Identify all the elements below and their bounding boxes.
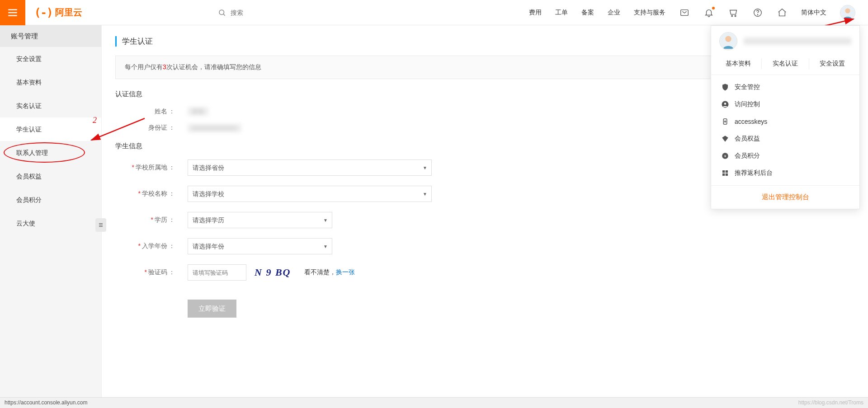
up-item-security-control[interactable]: 安全管控 <box>711 79 859 96</box>
sidebar-item-points[interactable]: 会员积分 <box>0 188 101 211</box>
help-icon[interactable] <box>752 7 763 18</box>
svg-rect-5 <box>681 9 689 15</box>
svg-rect-22 <box>722 174 725 176</box>
coin-icon: ¥ <box>721 152 729 160</box>
up-item-label: 推荐返利后台 <box>735 169 773 177</box>
language-select[interactable]: 简体中文 <box>801 9 826 17</box>
up-item-member-benefit[interactable]: 会员权益 <box>711 130 859 147</box>
shield-icon <box>721 83 729 91</box>
sidebar: 账号管理 安全设置 基本资料 实名认证 学生认证 联系人管理 会员权益 会员积分… <box>0 25 102 397</box>
svg-point-11 <box>845 8 850 13</box>
logo-text: 阿里云 <box>55 6 82 19</box>
school-name-select[interactable]: 请选择学校 <box>188 186 432 202</box>
menu-button[interactable] <box>0 0 25 25</box>
captcha-links: 看不清楚，换一张 <box>304 268 355 277</box>
id-value: 000000000000 <box>179 125 241 131</box>
avatar-button[interactable] <box>840 5 855 20</box>
sidebar-item-student[interactable]: 学生认证 <box>0 117 101 141</box>
search-input[interactable] <box>231 9 321 16</box>
year-select[interactable]: 请选择年份 <box>188 238 332 254</box>
sidebar-item-contacts[interactable]: 联系人管理 <box>0 141 101 164</box>
up-item-member-points[interactable]: ¥ 会员积分 <box>711 147 859 164</box>
up-item-rebate[interactable]: 推荐返利后台 <box>711 164 859 182</box>
page-title: 学生认证 <box>115 36 153 47</box>
user-panel-name-blurred <box>744 38 851 45</box>
svg-point-15 <box>724 103 726 105</box>
svg-rect-21 <box>726 170 728 173</box>
up-tab-security[interactable]: 安全设置 <box>809 58 856 69</box>
svg-point-17 <box>725 121 726 122</box>
statusbar-url: https://account.console.aliyun.com <box>5 399 87 406</box>
home-icon[interactable] <box>777 7 788 18</box>
submit-button[interactable]: 立即验证 <box>188 300 236 318</box>
bell-icon[interactable] <box>703 7 714 18</box>
up-item-accesskeys[interactable]: accesskeys <box>711 113 859 130</box>
up-item-label: 安全管控 <box>735 83 760 91</box>
nav-support[interactable]: 支持与服务 <box>634 9 665 17</box>
svg-point-6 <box>731 15 733 16</box>
name-value: 某某 <box>179 108 208 116</box>
degree-label: *学历： <box>115 216 179 224</box>
sidebar-item-security[interactable]: 安全设置 <box>0 47 101 70</box>
user-panel-tabs: 基本资料 实名认证 安全设置 <box>711 56 859 75</box>
user-circle-icon <box>721 100 729 108</box>
hamburger-icon <box>7 7 19 19</box>
grid-icon <box>721 169 729 177</box>
cart-icon[interactable] <box>728 7 739 18</box>
sidebar-item-profile[interactable]: 基本资料 <box>0 70 101 94</box>
sidebar-item-ambassador[interactable]: 云大使 <box>0 211 101 235</box>
search-icon <box>218 9 226 17</box>
user-panel: 基本资料 实名认证 安全设置 安全管控 访问控制 accesskeys 会员权益… <box>711 25 860 209</box>
degree-select[interactable]: 请选择学历 <box>188 212 332 228</box>
logo-icon: (-) <box>34 6 52 19</box>
notification-dot <box>712 7 715 9</box>
captcha-image: N 9 BQ <box>255 267 291 278</box>
up-tab-realname[interactable]: 实名认证 <box>762 58 809 69</box>
year-label: *入学年份： <box>115 242 179 250</box>
notice-post: 次认证机会，请准确填写您的信息 <box>166 63 261 70</box>
user-panel-logout[interactable]: 退出管理控制台 <box>711 185 859 209</box>
notice-pre: 每个用户仅有 <box>125 63 163 70</box>
topbar: (-) 阿里云 费用 工单 备案 企业 支持与服务 简体中文 <box>0 0 868 25</box>
row-degree: *学历： 请选择学历 ▼ <box>115 212 854 228</box>
annotation-label-2: 2 <box>93 116 97 125</box>
school-name-label: *学校名称： <box>115 190 179 198</box>
svg-point-3 <box>219 10 224 15</box>
sidebar-item-realname[interactable]: 实名认证 <box>0 94 101 117</box>
sidebar-item-benefits[interactable]: 会员权益 <box>0 164 101 188</box>
svg-point-9 <box>757 14 758 15</box>
up-item-label: 会员权益 <box>735 135 760 143</box>
name-label: 姓名： <box>115 108 179 116</box>
avatar-icon <box>840 5 855 20</box>
id-label: 身份证： <box>115 124 179 132</box>
svg-rect-23 <box>726 174 728 176</box>
statusbar-watermark: https://blog.csdn.net/Troms <box>798 399 863 406</box>
svg-point-13 <box>725 36 731 42</box>
school-location-select[interactable]: 请选择省份 <box>188 159 432 176</box>
message-icon[interactable] <box>679 7 690 18</box>
notice-count: 3 <box>163 63 166 70</box>
captcha-refresh[interactable]: 换一张 <box>336 268 355 276</box>
sidebar-title: 账号管理 <box>0 25 101 47</box>
up-tab-profile[interactable]: 基本资料 <box>715 58 762 69</box>
diamond-icon <box>721 135 729 143</box>
school-location-label: *学校所属地： <box>115 164 179 172</box>
captcha-label: *验证码： <box>115 268 179 277</box>
up-item-label: accesskeys <box>735 118 767 125</box>
nav-ticket[interactable]: 工单 <box>555 9 568 17</box>
user-panel-list: 安全管控 访问控制 accesskeys 会员权益 ¥ 会员积分 推荐返利后台 <box>711 75 859 185</box>
user-panel-avatar <box>719 32 737 50</box>
nav-fee[interactable]: 费用 <box>529 9 542 17</box>
nav-enterprise[interactable]: 企业 <box>608 9 620 17</box>
row-year: *入学年份： 请选择年份 ▼ <box>115 238 854 254</box>
captcha-input[interactable] <box>188 264 246 281</box>
svg-rect-16 <box>723 119 727 124</box>
nav-beian[interactable]: 备案 <box>581 9 594 17</box>
row-captcha: *验证码： N 9 BQ 看不清楚，换一张 <box>115 264 854 281</box>
up-item-access-control[interactable]: 访问控制 <box>711 96 859 113</box>
key-icon <box>721 117 729 126</box>
up-item-label: 访问控制 <box>735 100 760 108</box>
logo[interactable]: (-) 阿里云 <box>34 6 82 19</box>
statusbar: https://account.console.aliyun.com https… <box>0 397 868 408</box>
svg-rect-20 <box>722 170 725 173</box>
